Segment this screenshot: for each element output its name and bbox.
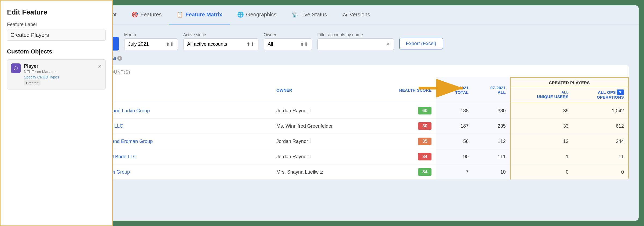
co-specify-link[interactable]: Specify CRUD Types <box>24 75 94 79</box>
close-icon[interactable]: ✕ <box>98 63 102 69</box>
cell-total: 188 <box>436 103 473 119</box>
feature-label-label: Feature Label <box>7 22 106 27</box>
cell-operations: 612 <box>573 119 628 134</box>
filter-by-name-input[interactable] <box>321 41 384 47</box>
tab-versions[interactable]: 🗂 Versions <box>334 6 378 24</box>
health-badge: 60 <box>418 107 431 114</box>
filter-bar: Pick features Month July 2021 ⬆⬇ Active … <box>71 32 629 51</box>
cell-owner: Mrs. Shayna Lueilwitz <box>272 164 372 180</box>
cell-health-score: 30 <box>372 119 436 134</box>
cell-total: 90 <box>436 149 473 164</box>
feature-matrix-icon: 📋 <box>177 11 183 18</box>
cell-health-score: 84 <box>372 164 436 180</box>
cell-all: 112 <box>473 134 510 149</box>
cell-unique-users: 1 <box>510 149 573 164</box>
th-health-score[interactable]: HEALTH SCORE <box>372 77 436 103</box>
found-accounts-label: FOUND 5 ACCOUNT(S) <box>72 65 629 77</box>
edit-feature-panel: Edit Feature Feature Label Created Playe… <box>0 0 113 226</box>
owner-filter-group: Owner All ⬆⬇ <box>264 33 312 50</box>
table-row: Hoeger, Corkery and Larkin Group Jordan … <box>72 103 628 119</box>
cell-health-score: 35 <box>372 134 436 149</box>
feature-label-value: Created Players <box>7 30 106 41</box>
cell-operations: 1,042 <box>573 103 628 119</box>
accounts-table-container: FOUND 5 ACCOUNT(S) ACCOUNT ▼ OWNER HEALT… <box>71 65 629 180</box>
owner-chevron-icon: ⬆⬇ <box>300 41 308 47</box>
month-filter-group: Month July 2021 ⬆⬇ <box>124 33 178 50</box>
th-unique-users[interactable]: ALL UNIQUE USERS <box>510 86 573 103</box>
cell-total: 56 <box>436 134 473 149</box>
clear-icon[interactable]: ✕ <box>386 41 390 47</box>
tab-features-label: Features <box>140 12 162 18</box>
custom-objects-title: Custom Objects <box>7 48 106 55</box>
month-value: July 2021 <box>128 41 164 47</box>
nav-tabs: 📈 Engagement 🎯 Features 📋 Feature Matrix… <box>62 5 639 24</box>
features-icon: 🎯 <box>131 11 138 18</box>
month-select-wrap[interactable]: July 2021 ⬆⬇ <box>124 38 178 50</box>
month-label: Month <box>124 33 178 37</box>
geographics-icon: 🌐 <box>237 11 244 18</box>
th-operations[interactable]: ALL OPS ▼ OPERATIONS <box>573 86 628 103</box>
health-badge: 30 <box>418 122 431 130</box>
tab-live-status[interactable]: 📡 Live Status <box>284 5 334 24</box>
cell-health-score: 60 <box>372 103 436 119</box>
export-button[interactable]: Export (Excel) <box>399 38 443 49</box>
table-row: Kilback-Bernhard LLC Ms. Winnifred Green… <box>72 119 628 134</box>
owner-label: Owner <box>264 33 312 37</box>
cell-total: 187 <box>436 119 473 134</box>
cell-operations: 11 <box>573 149 628 164</box>
cell-all: 380 <box>473 103 510 119</box>
custom-object-card: ⬡ Player NFL Team Manager Specify CRUD T… <box>7 59 106 89</box>
owner-select-wrap[interactable]: All ⬆⬇ <box>264 38 312 50</box>
co-name: Player <box>24 63 94 69</box>
co-tag: Creates <box>24 80 41 85</box>
versions-icon: 🗂 <box>342 12 347 18</box>
info-icon: i <box>117 56 122 61</box>
tab-feature-matrix-label: Feature Matrix <box>185 12 222 18</box>
cell-all: 111 <box>473 149 510 164</box>
cell-health-score: 34 <box>372 149 436 164</box>
th-owner[interactable]: OWNER <box>272 77 372 103</box>
active-since-value: All active accounts <box>187 41 244 47</box>
th-all[interactable]: 07-2021 ALL <box>473 77 510 103</box>
co-details: Player NFL Team Manager Specify CRUD Typ… <box>24 63 94 85</box>
health-badge: 35 <box>418 138 431 145</box>
cell-owner: Jordan Raynor I <box>272 134 372 149</box>
main-content-area: 📈 Engagement 🎯 Features 📋 Feature Matrix… <box>62 5 639 221</box>
cell-unique-users: 0 <box>510 164 573 180</box>
th-total[interactable]: 07-2021 TOTAL <box>436 77 473 103</box>
dropdown-icon[interactable]: ▼ <box>617 89 624 95</box>
filter-by-name-group: Filter accounts by name ✕ <box>317 33 394 50</box>
cell-unique-users: 39 <box>510 103 573 119</box>
health-badge: 34 <box>418 153 431 160</box>
owner-value: All <box>268 41 298 47</box>
co-icon: ⬡ <box>11 63 21 73</box>
cell-all: 235 <box>473 119 510 134</box>
save-default-link[interactable]: Save selection as default i <box>71 56 629 61</box>
th-operations-label: OPERATIONS <box>577 95 624 99</box>
active-since-select-wrap[interactable]: All active accounts ⬆⬇ <box>183 38 258 50</box>
th-total-label: TOTAL <box>455 90 469 95</box>
cell-operations: 244 <box>573 134 628 149</box>
table-row: Borer, Cronin and Bode LLC Jordan Raynor… <box>72 149 628 164</box>
active-since-chevron-icon: ⬆⬇ <box>246 41 254 47</box>
cell-owner: Jordan Raynor I <box>272 149 372 164</box>
panel-title: Edit Feature <box>7 8 106 16</box>
th-created-players-group: CREATED PLAYERS <box>510 77 628 86</box>
health-badge: 84 <box>418 168 431 176</box>
active-since-filter-group: Active since All active accounts ⬆⬇ <box>183 33 258 50</box>
th-all-label: ALL <box>498 90 506 95</box>
live-status-icon: 📡 <box>291 11 298 18</box>
th-ops-label: ALL OPS <box>598 90 616 95</box>
tab-features[interactable]: 🎯 Features <box>124 5 169 24</box>
cell-all: 10 <box>473 164 510 180</box>
tab-geographics[interactable]: 🌐 Geographics <box>230 5 284 24</box>
filter-by-name-label: Filter accounts by name <box>317 33 394 37</box>
tab-geographics-label: Geographics <box>246 12 276 18</box>
tab-versions-label: Versions <box>349 12 370 18</box>
table-row: Nitzsche-Smitham Group Mrs. Shayna Lueil… <box>72 164 628 180</box>
filter-by-name-input-wrap: ✕ <box>317 38 394 50</box>
tab-feature-matrix[interactable]: 📋 Feature Matrix <box>169 5 230 24</box>
cell-unique-users: 33 <box>510 119 573 134</box>
accounts-table: ACCOUNT ▼ OWNER HEALTH SCORE 07-2021 TOT… <box>72 77 629 180</box>
cell-total: 7 <box>436 164 473 180</box>
